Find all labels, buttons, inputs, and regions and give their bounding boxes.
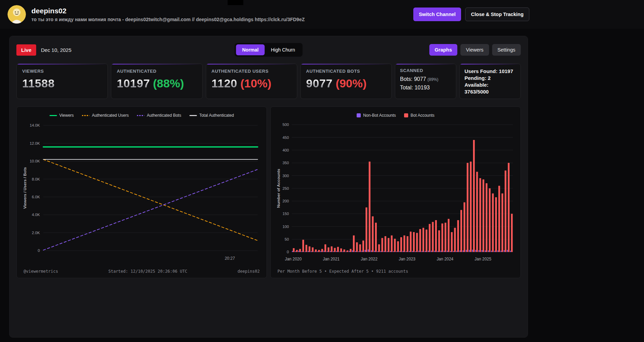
legend-label: Authenticated Bots bbox=[147, 113, 181, 118]
line-chart-body: 02.0K4.0K6.0K8.0K10.0K12.0K14.0K20:27Vie… bbox=[22, 120, 262, 266]
legend-label: Viewers bbox=[59, 113, 74, 118]
stat-card-scanned: SCANNED Bots: 9077(89%) Total: 10193 bbox=[395, 63, 456, 99]
live-badge: Live bbox=[16, 44, 36, 56]
legend-label: Authenticated Users bbox=[92, 113, 129, 118]
stat-card-authenticated: AUTHENTICATED 10197(88%) bbox=[111, 63, 202, 99]
svg-text:200: 200 bbox=[283, 199, 289, 203]
available-label-line: Available: bbox=[464, 82, 516, 88]
controls-row: Live Dec 10, 2025 Normal High Churn Grap… bbox=[16, 44, 521, 56]
svg-text:500: 500 bbox=[283, 123, 289, 127]
svg-text:450: 450 bbox=[283, 136, 289, 140]
legend-swatch-icon bbox=[357, 113, 361, 117]
scanned-bots-line: Bots: 9077(89%) bbox=[400, 75, 451, 84]
channel-name: deepins02 bbox=[31, 7, 305, 15]
stat-percent: (10%) bbox=[240, 77, 271, 90]
scanned-bots-percent: (89%) bbox=[428, 77, 439, 82]
stat-label: SCANNED bbox=[400, 68, 451, 73]
legend-label: Bot Accounts bbox=[411, 113, 434, 118]
viewers-tab-button[interactable]: Viewers bbox=[460, 44, 489, 56]
bar-chart-footer: Per Month Before 5 • Expected After 5 • … bbox=[275, 266, 516, 276]
date-text: Dec 10, 2025 bbox=[41, 47, 71, 53]
legend-swatch-icon bbox=[189, 115, 197, 116]
legend-item-total-authenticated[interactable]: Total Authenticated bbox=[189, 113, 234, 118]
stat-label: AUTHENTICATED BOTS bbox=[306, 69, 386, 74]
svg-text:400: 400 bbox=[283, 148, 289, 152]
svg-text:100: 100 bbox=[283, 225, 289, 229]
svg-text:300: 300 bbox=[283, 173, 289, 177]
svg-text:0: 0 bbox=[38, 248, 40, 253]
svg-text:6.0K: 6.0K bbox=[32, 195, 40, 199]
graphs-tab-button[interactable]: Graphs bbox=[429, 44, 458, 56]
svg-text:12.0K: 12.0K bbox=[30, 141, 40, 145]
svg-text:Number of Accounts: Number of Accounts bbox=[276, 169, 281, 208]
users-found-line: Users Found: 10197 bbox=[464, 68, 516, 75]
legend-item-bot-accounts[interactable]: Bot Accounts bbox=[404, 113, 434, 118]
stat-value: 10197 bbox=[117, 77, 150, 90]
stat-label: AUTHENTICATED USERS bbox=[212, 69, 291, 74]
stat-label: AUTHENTICATED bbox=[117, 69, 197, 74]
stat-value: 9077 bbox=[306, 77, 333, 90]
scanned-total-line: Total: 10193 bbox=[400, 84, 451, 92]
started-timestamp: Started: 12/10/2025 20:26:06 UTC bbox=[108, 269, 187, 274]
bar-chart-body: 050100150200250300350400450500Jan 2020Ja… bbox=[275, 120, 516, 266]
line-chart-panel: ViewersAuthenticated UsersAuthenticated … bbox=[16, 106, 267, 278]
mode-toggle: Normal High Churn bbox=[234, 43, 302, 57]
legend-label: Non-Bot Accounts bbox=[363, 113, 396, 118]
svg-text:Jan 2023: Jan 2023 bbox=[399, 257, 415, 261]
svg-text:4.0K: 4.0K bbox=[32, 213, 40, 217]
header-actions: Switch Channel Close & Stop Tracking bbox=[413, 8, 529, 21]
svg-text:0: 0 bbox=[287, 250, 289, 254]
svg-text:2.0K: 2.0K bbox=[32, 231, 40, 235]
stat-card-authenticated-users: AUTHENTICATED USERS 1120(10%) bbox=[206, 63, 297, 99]
svg-text:Jan 2020: Jan 2020 bbox=[285, 257, 302, 261]
close-stop-tracking-button[interactable]: Close & Stop Tracking bbox=[465, 8, 529, 21]
view-buttons: Graphs Viewers Settings bbox=[429, 44, 521, 56]
legend-item-non-bot-accounts[interactable]: Non-Bot Accounts bbox=[357, 113, 396, 118]
svg-text:8.0K: 8.0K bbox=[32, 177, 40, 181]
svg-text:Jan 2024: Jan 2024 bbox=[437, 257, 453, 261]
stat-value: 1120 bbox=[212, 77, 238, 90]
legend-item-authenticated-bots[interactable]: Authenticated Bots bbox=[137, 113, 181, 118]
legend-item-viewers[interactable]: Viewers bbox=[49, 113, 74, 118]
mode-normal-button[interactable]: Normal bbox=[236, 44, 264, 55]
svg-text:Jan 2021: Jan 2021 bbox=[323, 257, 340, 261]
top-notch bbox=[228, 0, 243, 5]
stat-value: 11588 bbox=[22, 77, 55, 90]
charts-row: ViewersAuthenticated UsersAuthenticated … bbox=[16, 106, 521, 278]
svg-text:Jan 2025: Jan 2025 bbox=[475, 257, 491, 261]
viewers-line-chart: 02.0K4.0K6.0K8.0K10.0K12.0K14.0K20:27Vie… bbox=[22, 120, 262, 266]
stats-row: VIEWERS 11588 AUTHENTICATED 10197(88%) A… bbox=[16, 63, 521, 99]
channel-subtitle: то ты это я иежду нами молния почта - de… bbox=[31, 17, 305, 22]
line-chart-legend: ViewersAuthenticated UsersAuthenticated … bbox=[22, 111, 262, 120]
line-chart-footer: @viewermetrics Started: 12/10/2025 20:26… bbox=[22, 266, 262, 276]
switch-channel-button[interactable]: Switch Channel bbox=[413, 8, 461, 21]
stat-card-authenticated-bots: AUTHENTICATED BOTS 9077(90%) bbox=[300, 63, 392, 99]
main-panel: Live Dec 10, 2025 Normal High Churn Grap… bbox=[9, 36, 528, 338]
svg-text:Jan 2022: Jan 2022 bbox=[361, 257, 377, 261]
legend-swatch-icon bbox=[404, 113, 408, 117]
svg-text:14.0K: 14.0K bbox=[30, 123, 40, 127]
svg-text:10.0K: 10.0K bbox=[30, 159, 40, 163]
watermark-handle: @viewermetrics bbox=[24, 269, 58, 274]
bar-chart-panel: Non-Bot AccountsBot Accounts 05010015020… bbox=[270, 106, 521, 278]
svg-text:250: 250 bbox=[283, 186, 289, 190]
legend-item-authenticated-users[interactable]: Authenticated Users bbox=[82, 113, 129, 118]
pending-line: Pending: 2 bbox=[464, 75, 516, 82]
stat-label: VIEWERS bbox=[22, 69, 102, 74]
avatar-image bbox=[8, 5, 26, 24]
header: deepins02 то ты это я иежду нами молния … bbox=[0, 0, 644, 29]
stat-percent: (88%) bbox=[153, 77, 184, 90]
avatar[interactable] bbox=[8, 5, 26, 24]
svg-text:350: 350 bbox=[283, 161, 289, 165]
svg-text:150: 150 bbox=[283, 212, 289, 216]
mode-high-churn-button[interactable]: High Churn bbox=[265, 44, 301, 55]
stat-percent: (90%) bbox=[335, 77, 367, 90]
svg-text:Viewers / Users / Bots: Viewers / Users / Bots bbox=[23, 167, 27, 209]
settings-tab-button[interactable]: Settings bbox=[492, 44, 521, 56]
stat-card-summary: Users Found: 10197 Pending: 2 Available:… bbox=[459, 63, 521, 99]
legend-swatch-icon bbox=[49, 115, 57, 116]
legend-swatch-icon bbox=[82, 115, 89, 116]
bar-chart-legend: Non-Bot AccountsBot Accounts bbox=[275, 111, 516, 120]
accounts-bar-chart: 050100150200250300350400450500Jan 2020Ja… bbox=[275, 120, 516, 266]
stat-card-viewers: VIEWERS 11588 bbox=[16, 63, 108, 99]
